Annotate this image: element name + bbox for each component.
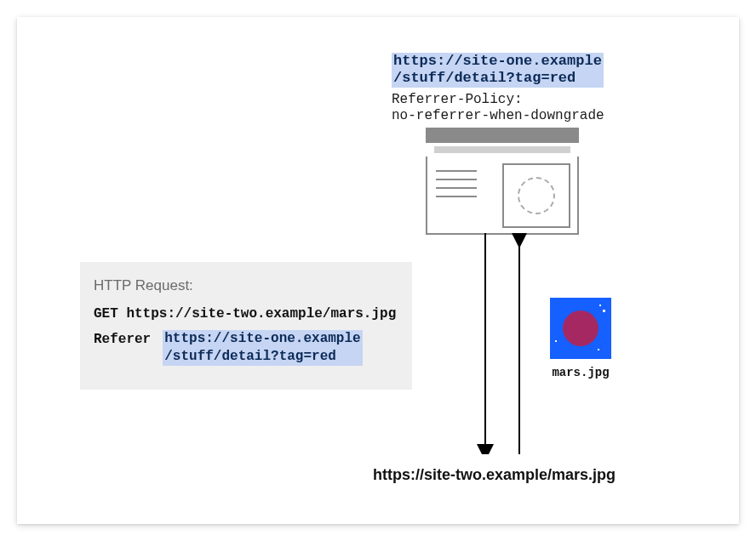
image-loading-icon xyxy=(518,177,555,214)
browser-address-bar xyxy=(434,146,570,153)
referrer-policy-text: Referrer-Policy: no-referrer-when-downgr… xyxy=(392,92,604,124)
page-text-lines-icon xyxy=(436,170,477,204)
origin-url-highlight: https://site-one.example /stuff/detail?t… xyxy=(392,53,604,88)
http-get-line: GET https://site-two.example/mars.jpg xyxy=(94,306,398,322)
mars-image-thumbnail xyxy=(550,298,611,359)
http-request-box: HTTP Request: GET https://site-two.examp… xyxy=(80,262,412,390)
request-response-arrows-icon xyxy=(467,233,543,454)
http-referer-row: Referer https://site-one.example /stuff/… xyxy=(94,330,398,366)
http-request-label: HTTP Request: xyxy=(94,277,398,294)
browser-window-icon xyxy=(426,128,579,233)
browser-titlebar xyxy=(426,128,579,143)
diagram-canvas: https://site-one.example /stuff/detail?t… xyxy=(17,17,739,524)
http-referer-label: Referer xyxy=(94,330,151,347)
http-referer-value-highlight: https://site-one.example /stuff/detail?t… xyxy=(163,330,362,366)
planet-icon xyxy=(563,310,598,346)
mars-filename-label: mars.jpg xyxy=(550,366,611,379)
browser-viewport xyxy=(426,157,579,235)
destination-url-label: https://site-two.example/mars.jpg xyxy=(373,466,616,484)
page-image-placeholder xyxy=(502,163,570,228)
